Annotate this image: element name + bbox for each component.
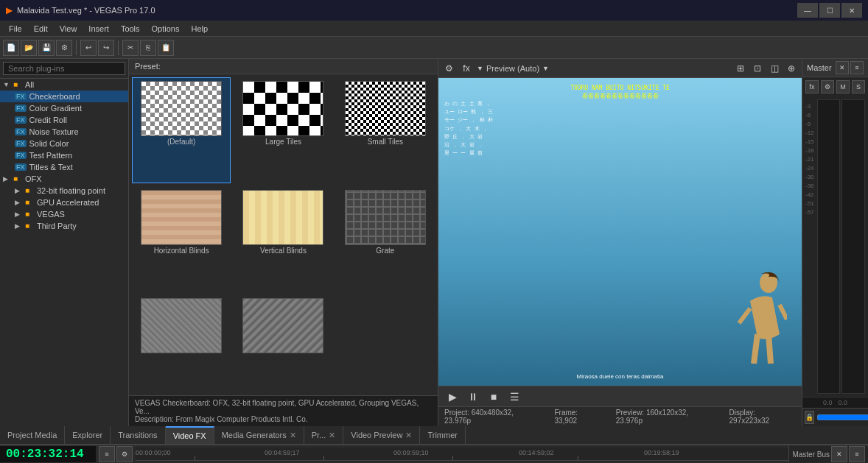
timeline-area: 00:23:32:14 ≡ ⚙ 00:00:00;00 00:04:59;17 … xyxy=(0,445,868,463)
preset-horiz-blinds[interactable]: Horizontal Blinds xyxy=(132,186,231,292)
properties-button[interactable]: ⚙ xyxy=(56,40,72,56)
minimize-button[interactable]: — xyxy=(797,3,818,18)
timecode-display: 00:23:32:14 xyxy=(0,446,96,462)
preset-large-tiles[interactable]: Large Tiles xyxy=(234,77,332,183)
preview-btn4[interactable]: ⊕ xyxy=(784,61,799,76)
open-button[interactable]: 📂 xyxy=(21,40,37,56)
tab-preview-tab[interactable]: Pr... ✕ xyxy=(304,426,344,444)
tree-item-solid-color[interactable]: FX Solid Color xyxy=(0,138,128,149)
tree-item-noise-texture[interactable]: FX Noise Texture xyxy=(0,126,128,138)
menu-file[interactable]: File xyxy=(3,23,28,35)
preset-noise1[interactable] xyxy=(132,294,231,392)
master-lock-btn[interactable]: 🔒 xyxy=(805,411,814,424)
master-solo-btn[interactable]: S xyxy=(852,80,865,93)
menu-help[interactable]: Help xyxy=(185,23,214,35)
fx-badge-solid-color: FX xyxy=(15,140,27,147)
timeline-ruler: 00:00:00;00 00:04:59;17 00:09:59;10 00:1… xyxy=(136,448,788,461)
save-button[interactable]: 💾 xyxy=(38,40,55,56)
tab-explorer[interactable]: Explorer xyxy=(65,426,111,444)
master-gear-btn[interactable]: ⚙ xyxy=(821,80,834,93)
fx-badge-checkerboard: FX xyxy=(15,93,27,100)
credits-line2: 看看看看看看看看看看看看看 xyxy=(438,92,802,100)
preset-vert-blinds[interactable]: Vertical Blinds xyxy=(234,186,332,292)
menu-options[interactable]: Options xyxy=(146,23,186,35)
tree-item-color-gradient[interactable]: FX Color Gradient xyxy=(0,102,128,114)
tree-item-gpu[interactable]: ▶ ■ GPU Accelerated xyxy=(0,197,128,208)
vu-scale: -3 -6 -9 -12 -15 -18 -21 -24 -30 -36 -42… xyxy=(805,99,814,394)
master-close-btn[interactable]: ✕ xyxy=(836,61,849,74)
preset-grate[interactable]: Grate xyxy=(336,186,435,292)
master-fx-btn[interactable]: fx xyxy=(805,80,819,93)
tab-video-fx[interactable]: Video FX xyxy=(166,426,214,444)
tree-item-titles-text[interactable]: FX Titles & Text xyxy=(0,161,128,173)
timeline-btn1[interactable]: ≡ xyxy=(99,446,115,462)
tab-media-gen[interactable]: Media Generators ✕ xyxy=(214,426,304,444)
preview-btn2[interactable]: ⊡ xyxy=(750,61,765,76)
close-button[interactable]: ✕ xyxy=(841,3,862,18)
fx-badge-credit-roll: FX xyxy=(15,116,27,124)
timeline-header: 00:23:32:14 ≡ ⚙ 00:00:00;00 00:04:59;17 … xyxy=(0,445,868,463)
ruler-line-0 xyxy=(195,456,195,460)
timeline-btn2[interactable]: ⚙ xyxy=(116,446,133,462)
preset-header: Preset: xyxy=(129,59,438,74)
tree-item-third-party[interactable]: ▶ ■ Third Party xyxy=(0,220,128,232)
preset-label-small-tiles: Small Tiles xyxy=(368,138,403,146)
preset-label-horiz-blinds: Horizontal Blinds xyxy=(154,247,209,255)
pause-button[interactable]: ⏸ xyxy=(465,389,481,405)
master-menu-btn[interactable]: ≡ xyxy=(850,61,864,74)
tree-item-checkerboard[interactable]: FX Checkerboard xyxy=(0,91,128,102)
play-button[interactable]: ▶ xyxy=(444,389,461,405)
preset-label-large-tiles: Large Tiles xyxy=(265,138,301,146)
preview-btn1[interactable]: ⊞ xyxy=(733,61,748,76)
preset-default[interactable]: (Default) xyxy=(132,77,231,183)
tree-item-credit-roll[interactable]: FX Credit Roll xyxy=(0,114,128,126)
undo-button[interactable]: ↩ xyxy=(80,40,97,56)
tab-video-preview-close[interactable]: ✕ xyxy=(405,431,412,440)
menu-edit[interactable]: Edit xyxy=(28,23,54,35)
tree-item-all[interactable]: ▼ ■ All xyxy=(0,79,128,91)
fx-badge-color-gradient: FX xyxy=(15,105,27,112)
new-button[interactable]: 📄 xyxy=(3,40,19,56)
tab-video-preview[interactable]: Video Preview ✕ xyxy=(343,426,420,444)
menu-tools[interactable]: Tools xyxy=(115,23,146,35)
menu-insert[interactable]: Insert xyxy=(83,23,115,35)
master-panel: Master ✕ ≡ fx ⚙ M S -3 -6 -9 -12 -15 -18… xyxy=(802,59,868,426)
vu-scale-21: -21 xyxy=(805,156,814,163)
tree-item-vegas[interactable]: ▶ ■ VEGAS xyxy=(0,208,128,220)
ruler-mark-0: 00:00:00;00 xyxy=(136,449,171,456)
tab-preview-close[interactable]: ✕ xyxy=(329,431,335,440)
tab-media-gen-close[interactable]: ✕ xyxy=(290,431,296,440)
tab-trimmer[interactable]: Trimmer xyxy=(420,426,466,444)
maximize-button[interactable]: ☐ xyxy=(819,3,840,18)
tab-project-media[interactable]: Project Media xyxy=(0,426,65,444)
preset-label-vert-blinds: Vertical Blinds xyxy=(260,247,307,255)
master-bus-close[interactable]: ✕ xyxy=(831,446,847,462)
tab-transitions[interactable]: Transitions xyxy=(111,426,165,444)
tree-item-ofx[interactable]: ▶ ■ OFX xyxy=(0,173,128,185)
paste-button[interactable]: 📋 xyxy=(158,40,174,56)
tree-item-test-pattern[interactable]: FX Test Pattern xyxy=(0,149,128,161)
redo-button[interactable]: ↪ xyxy=(98,40,114,56)
copy-button[interactable]: ⎘ xyxy=(140,40,156,56)
fx-badge-noise-texture: FX xyxy=(15,128,27,135)
preview-btn3[interactable]: ◫ xyxy=(767,61,782,76)
vu-scale-57: -57 xyxy=(805,209,814,216)
tree-item-32bit[interactable]: ▶ ■ 32-bit floating point xyxy=(0,185,128,197)
stop-button[interactable]: ■ xyxy=(486,389,502,405)
preset-noise2[interactable] xyxy=(234,294,332,392)
loop-button[interactable]: ☰ xyxy=(506,389,522,405)
cut-button[interactable]: ✂ xyxy=(122,40,139,56)
preview-fx-button[interactable]: fx xyxy=(459,61,474,76)
app-icon: ▶ xyxy=(6,5,13,15)
preset-info-text: VEGAS Checkerboard: OFX, 32-bit floating… xyxy=(135,399,432,415)
master-mute-btn[interactable]: M xyxy=(836,80,850,93)
preset-small-tiles[interactable]: Small Tiles xyxy=(336,77,435,183)
ruler-line-1 xyxy=(323,456,324,460)
preview-settings-button[interactable]: ⚙ xyxy=(441,61,456,76)
search-input[interactable] xyxy=(3,62,125,75)
master-volume-slider[interactable] xyxy=(816,411,868,423)
tab-video-preview-label: Video Preview xyxy=(351,431,402,439)
tab-transitions-label: Transitions xyxy=(118,431,157,439)
menu-view[interactable]: View xyxy=(54,23,83,35)
master-bus-menu[interactable]: ≡ xyxy=(849,446,865,462)
